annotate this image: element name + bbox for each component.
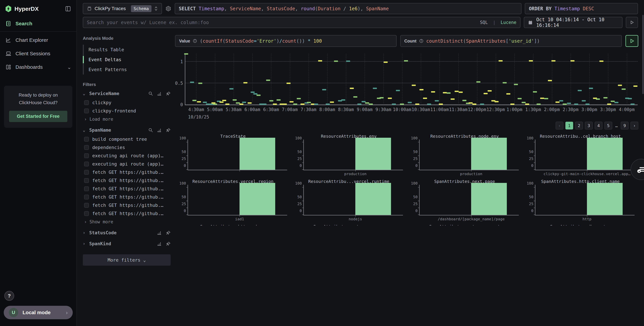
run-analysis-button[interactable]	[626, 35, 638, 47]
filter-option[interactable]: clickpy	[83, 98, 171, 107]
checkbox[interactable]	[84, 100, 89, 105]
filter-group-header[interactable]: ⌄SpanName	[83, 127, 171, 133]
pin-icon[interactable]	[166, 128, 171, 133]
attribute-chart-resourceattributes-vercel-region[interactable]: ResourceAttributes.vercel.region02550100…	[175, 178, 291, 224]
gear-icon[interactable]	[165, 6, 171, 12]
checkbox[interactable]	[84, 153, 89, 158]
user-menu[interactable]: U Local mode ›	[4, 306, 73, 319]
sidebar-item-chart-explorer[interactable]: Chart Explorer	[0, 33, 76, 47]
analysis-mode-results-table[interactable]: Results Table	[84, 45, 171, 55]
attribute-chart-spanattributes-net-peer-port[interactable]: SpanAttributes.net.peer.port025501008443	[407, 224, 522, 226]
checkbox[interactable]	[84, 162, 89, 166]
checkbox[interactable]	[84, 109, 89, 113]
search-input[interactable]: Search your events w/ Lucene ex. column:…	[83, 17, 520, 28]
chevron-right-icon: ›	[84, 219, 87, 224]
lang-toggle-lucene[interactable]: Lucene	[500, 20, 516, 25]
pagination-next[interactable]: ›	[630, 122, 638, 129]
attribute-chart-spanattributes-http-scheme[interactable]: SpanAttributes.http.scheme02550100https	[175, 224, 291, 226]
pagination-prev[interactable]: ‹	[556, 122, 563, 129]
filter-option[interactable]: fetch GET https://github.…	[83, 209, 171, 218]
bar-chart-icon[interactable]	[157, 128, 162, 133]
filter-group-header[interactable]: ›StatusCode	[83, 230, 171, 235]
attribute-chart-spanattributes-db-system[interactable]: SpanAttributes.db.system02550100clickhou…	[522, 224, 638, 226]
filter-option[interactable]: fetch GET https://github.…	[83, 185, 171, 193]
pin-icon[interactable]	[166, 241, 171, 246]
bar-chart-icon[interactable]	[157, 241, 162, 246]
pagination-page-2[interactable]: 2	[575, 122, 583, 129]
attribute-chart-spanattributes-next-page[interactable]: SpanAttributes.next.page02550100/dashboa…	[407, 178, 522, 224]
run-search-button[interactable]	[626, 17, 638, 28]
checkbox[interactable]	[84, 211, 89, 216]
checkbox[interactable]	[84, 187, 89, 191]
attribute-chart-spanattributes-http-client-name[interactable]: SpanAttributes.http.client.name02550100h…	[522, 178, 638, 224]
filter-group-header[interactable]: ⌄ServiceName	[83, 91, 171, 96]
filter-option[interactable]: executing api route (app)…	[83, 151, 171, 160]
attribute-chart-resourceattributes-env[interactable]: ResourceAttributes.env02550100production	[291, 133, 407, 178]
filter-option[interactable]: dependencies	[83, 143, 171, 151]
scrollbar-thumb[interactable]	[642, 15, 644, 94]
orderby-input[interactable]: ORDER BY Timestamp DESC	[525, 3, 638, 14]
chart-plot-area: 02550100production	[303, 139, 403, 170]
collapse-sidebar-icon[interactable]	[65, 6, 71, 12]
pagination-page-9[interactable]: 9	[621, 122, 628, 129]
pagination-page-3[interactable]: 3	[585, 122, 593, 129]
search-icon[interactable]	[148, 91, 153, 96]
checkbox[interactable]	[84, 178, 89, 183]
filters-label: Filters	[83, 82, 171, 87]
filter-option[interactable]: fetch GET https://github.…	[83, 193, 171, 201]
checkbox[interactable]	[84, 203, 89, 208]
attribute-chart-resourceattributes-node-env[interactable]: ResourceAttributes.node.env02550100produ…	[407, 133, 522, 178]
sidebar-item-search[interactable]: Search	[0, 17, 76, 32]
get-started-button[interactable]: Get Started for Free	[9, 111, 67, 122]
checkbox[interactable]	[84, 170, 89, 175]
dataset-selector[interactable]: ClickPy Traces Schema	[83, 3, 162, 14]
analysis-mode-event-deltas[interactable]: Event Deltas	[84, 55, 171, 65]
gridline	[234, 54, 234, 105]
count-expression-input[interactable]: Count countDistinct(SpanAttributes['user…	[400, 35, 622, 47]
lang-toggle-sql[interactable]: SQL	[480, 20, 488, 25]
filter-option[interactable]: executing api route (app)…	[83, 160, 171, 168]
data-point	[307, 102, 311, 103]
data-point	[582, 100, 586, 101]
show-more-link[interactable]: ›Show more	[83, 218, 171, 224]
select-query-input[interactable]: SELECT Timestamp, ServiceName, StatusCod…	[175, 3, 522, 14]
more-filters-button[interactable]: More filters ⌄	[83, 254, 171, 266]
attribute-chart-spanattributes-net-peer-name[interactable]: SpanAttributes.net.peer.name02550100z5nr…	[291, 224, 407, 226]
value-expression-input[interactable]: Value (countIf(StatusCode='Error')/count…	[175, 35, 396, 47]
pin-icon[interactable]	[166, 230, 171, 235]
data-point	[578, 90, 582, 91]
checkbox[interactable]	[84, 195, 89, 199]
search-icon[interactable]	[148, 128, 153, 133]
filter-option[interactable]: clickpy-frontend	[83, 107, 171, 115]
sidebar-item-dashboards[interactable]: Dashboards⌄	[0, 60, 76, 74]
pagination-page-5[interactable]: 5	[604, 122, 612, 129]
attribute-chart-resourceattribu-vercel-runtime[interactable]: ResourceAttribu...vercel.runtime02550100…	[291, 178, 407, 224]
attribute-chart-tracestate[interactable]: TraceState02550100	[175, 133, 291, 178]
checkbox[interactable]	[84, 145, 89, 150]
filter-option[interactable]: fetch GET https://github.…	[83, 176, 171, 185]
sidebar-item-client-sessions[interactable]: Client Sessions	[0, 47, 76, 60]
load-more-link[interactable]: ›Load more	[83, 115, 171, 122]
attribute-chart-resourceattribu-cel-branch-host[interactable]: ResourceAttribu..cel.branch_host02550100…	[522, 133, 638, 178]
filter-option[interactable]: fetch GET https://github.…	[83, 201, 171, 209]
data-point	[431, 91, 435, 93]
bar-chart-icon[interactable]	[157, 230, 162, 235]
filter-option[interactable]: build component tree	[83, 135, 171, 143]
filter-group-header[interactable]: ›SpanKind	[83, 241, 171, 246]
x-axis-tick-label: 5:00am	[207, 107, 223, 112]
data-point	[455, 91, 459, 92]
gridline	[440, 54, 440, 105]
pin-icon[interactable]	[166, 91, 171, 96]
event-deltas-chart[interactable]: 00.514:30am5:00am5:30am6:00am6:30am7:00a…	[175, 54, 638, 121]
analysis-mode-event-patterns[interactable]: Event Patterns	[84, 65, 171, 75]
checkbox[interactable]	[84, 137, 89, 142]
x-axis-tick-label: 8:00am	[319, 107, 335, 112]
help-button[interactable]: ?	[4, 291, 14, 301]
bar-chart-icon[interactable]	[157, 91, 162, 96]
pagination-page-1[interactable]: 1	[566, 122, 573, 129]
filter-option[interactable]: fetch GET https://github.…	[83, 168, 171, 176]
date-range-picker[interactable]: Oct 10 04:16:14 - Oct 10 16:16:14	[524, 17, 622, 28]
data-point	[423, 98, 427, 99]
pagination-page-4[interactable]: 4	[595, 122, 602, 129]
data-point	[192, 100, 196, 101]
